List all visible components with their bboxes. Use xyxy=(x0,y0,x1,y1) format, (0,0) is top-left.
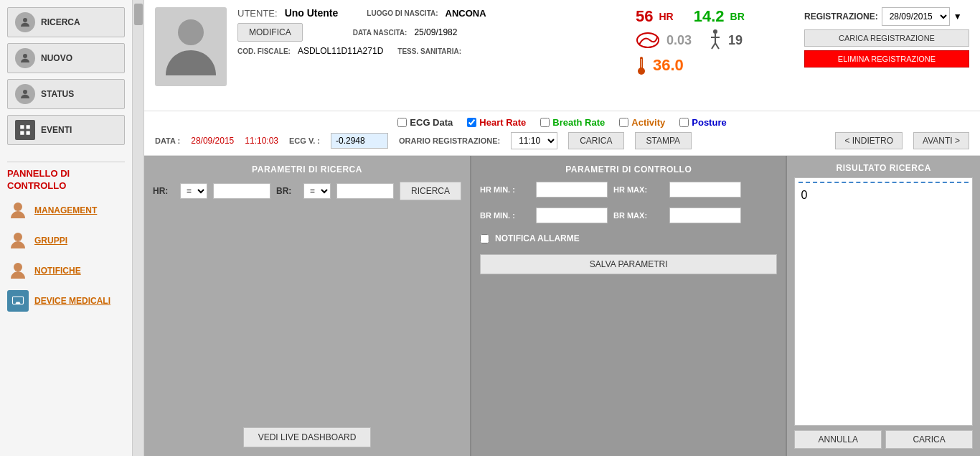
posture-icon xyxy=(708,29,722,50)
eventi-icon xyxy=(15,120,35,140)
cod-fiscale-label: COD. FISCALE: xyxy=(237,47,291,55)
nuovo-button[interactable]: NUOVO xyxy=(7,43,125,73)
notifica-row: NOTIFICA ALLARME xyxy=(480,233,777,243)
scroll-thumb[interactable] xyxy=(134,4,143,25)
sidebar-item-device[interactable]: DEVICE MEDICALI xyxy=(7,290,125,312)
salva-parametri-button[interactable]: SALVA PARAMETRI xyxy=(480,254,777,274)
panel-parametri-ricerca: PARAMETRI DI RICERCA HR: =<> BR: =<> RIC… xyxy=(144,156,470,456)
svg-point-1 xyxy=(23,54,27,58)
hr-checkbox-item[interactable]: Heart Rate xyxy=(467,117,526,128)
carica-registrazione-button[interactable]: CARICA REGISTRAZIONE xyxy=(804,29,969,47)
eventi-button[interactable]: EVENTI xyxy=(7,115,125,145)
hr-op-select[interactable]: =<> xyxy=(180,183,207,199)
orario-select[interactable]: 11:10 xyxy=(511,132,557,149)
hr-min-label: HR MIN. : xyxy=(480,185,530,194)
svg-point-15 xyxy=(638,68,645,75)
br-op-select[interactable]: =<> xyxy=(303,183,331,199)
svg-point-8 xyxy=(14,233,22,241)
pannello-title: PANNELLO DI CONTROLLO xyxy=(7,168,125,192)
br-param-input[interactable] xyxy=(336,183,394,199)
patient-info: UTENTE: Uno Utente LUOGO DI NASCITA: ANC… xyxy=(237,7,625,56)
status-icon xyxy=(15,84,35,104)
utente-label: UTENTE: xyxy=(237,8,278,19)
svg-rect-6 xyxy=(27,131,30,135)
br-param-label: BR: xyxy=(276,186,298,196)
sidebar: RICERCA NUOVO STATUS EVENTI PANNELLO DI … xyxy=(0,0,133,456)
vedi-live-button[interactable]: VEDI LIVE DASHBOARD xyxy=(243,427,372,447)
risultato-value: 0 xyxy=(798,187,969,204)
ricerca-button[interactable]: RICERCA xyxy=(7,7,125,37)
svg-point-0 xyxy=(23,18,27,22)
chart-controls: ECG Data Heart Rate Breath Rate Activity… xyxy=(144,111,980,156)
status-button[interactable]: STATUS xyxy=(7,79,125,109)
management-icon xyxy=(7,200,29,221)
notifica-checkbox[interactable] xyxy=(480,234,489,243)
stampa-button[interactable]: STAMPA xyxy=(635,132,692,149)
utente-row: UTENTE: Uno Utente LUOGO DI NASCITA: ANC… xyxy=(237,7,625,19)
ecg-label[interactable]: ECG Data xyxy=(410,117,453,128)
risultato-buttons: ANNULLA CARICA xyxy=(794,430,973,449)
hr-max-input[interactable] xyxy=(669,182,741,197)
checkboxes-row: ECG Data Heart Rate Breath Rate Activity… xyxy=(155,117,969,128)
patient-area: UTENTE: Uno Utente LUOGO DI NASCITA: ANC… xyxy=(144,0,980,111)
br-max-input[interactable] xyxy=(669,208,741,223)
br-min-input[interactable] xyxy=(536,208,608,223)
ecg-value-input[interactable] xyxy=(331,133,388,149)
posture-checkbox-item[interactable]: Posture xyxy=(679,117,726,128)
br-max-label: BR MAX: xyxy=(613,211,664,220)
ricerca-submit-button[interactable]: RICERCA xyxy=(400,182,461,200)
sidebar-nav: MANAGEMENT GRUPPI NOTIFICHE DEVICE MEDIC… xyxy=(7,200,125,312)
sidebar-item-notifiche[interactable]: NOTIFICHE xyxy=(7,260,125,281)
elimina-registrazione-button[interactable]: ELIMINA REGISTRAZIONE xyxy=(804,50,969,68)
hr-value: 56 xyxy=(636,7,653,26)
annulla-button[interactable]: ANNULLA xyxy=(794,430,882,449)
carica-risultato-button[interactable]: CARICA xyxy=(885,430,973,449)
hr-checkbox[interactable] xyxy=(467,118,476,127)
data-row: DATA : 28/09/2015 11:10:03 ECG V. : ORAR… xyxy=(155,132,969,149)
activity-checkbox[interactable] xyxy=(619,118,628,127)
ecg-checkbox[interactable] xyxy=(397,118,407,127)
posture-label[interactable]: Posture xyxy=(692,117,726,128)
sidebar-divider xyxy=(7,162,125,162)
reg-date-select[interactable]: 28/09/2015 xyxy=(882,7,950,26)
risultato-line xyxy=(798,182,969,183)
panel-right-title: RISULTATO RICERCA xyxy=(794,163,973,173)
br-checkbox-item[interactable]: Breath Rate xyxy=(540,117,605,128)
activity-icon xyxy=(636,32,661,50)
activity-value: 0.03 xyxy=(666,33,692,48)
modifica-button[interactable]: MODIFICA xyxy=(237,23,303,42)
carica-button[interactable]: CARICA xyxy=(568,132,623,149)
luogo-value: ANCONA xyxy=(446,8,486,19)
posture-checkbox[interactable] xyxy=(679,118,689,127)
orario-label: ORARIO REGISTRAZIONE: xyxy=(399,136,500,145)
br-label[interactable]: Breath Rate xyxy=(552,117,605,128)
ecg-checkbox-item[interactable]: ECG Data xyxy=(397,117,453,128)
br-checkbox[interactable] xyxy=(540,118,550,127)
indietro-button[interactable]: < INDIETRO xyxy=(835,132,903,149)
utente-name: Uno Utente xyxy=(285,7,339,19)
nuovo-icon xyxy=(15,48,35,68)
panel-risultato: RISULTATO RICERCA 0 ANNULLA CARICA xyxy=(787,156,980,456)
avanti-button[interactable]: AVANTI > xyxy=(913,132,969,149)
device-icon xyxy=(7,290,29,312)
hr-row: 56 HR 14.2 BR xyxy=(636,7,793,26)
activity-checkbox-item[interactable]: Activity xyxy=(619,117,665,128)
sidebar-top-buttons: RICERCA NUOVO STATUS EVENTI xyxy=(7,7,125,145)
hr-unit: HR xyxy=(659,11,673,22)
ricerca-icon xyxy=(15,12,35,32)
activity-label[interactable]: Activity xyxy=(631,117,665,128)
data-nascita-label: DATA NASCITA: xyxy=(353,29,407,37)
thermometer-icon xyxy=(636,55,647,75)
hr-min-input[interactable] xyxy=(536,182,608,197)
svg-point-13 xyxy=(713,29,717,34)
sidebar-item-management[interactable]: MANAGEMENT xyxy=(7,200,125,221)
temp-value: 36.0 xyxy=(653,56,684,75)
hr-param-input[interactable] xyxy=(213,183,270,199)
data-label: DATA : xyxy=(155,136,180,145)
br-min-label: BR MIN. : xyxy=(480,211,530,220)
svg-point-2 xyxy=(23,90,27,94)
hr-label[interactable]: Heart Rate xyxy=(479,117,526,128)
reg-row: REGISTRAZIONE: 28/09/2015 ▼ xyxy=(804,7,969,26)
scrollbar[interactable] xyxy=(133,0,144,456)
sidebar-item-gruppi[interactable]: GRUPPI xyxy=(7,230,125,251)
